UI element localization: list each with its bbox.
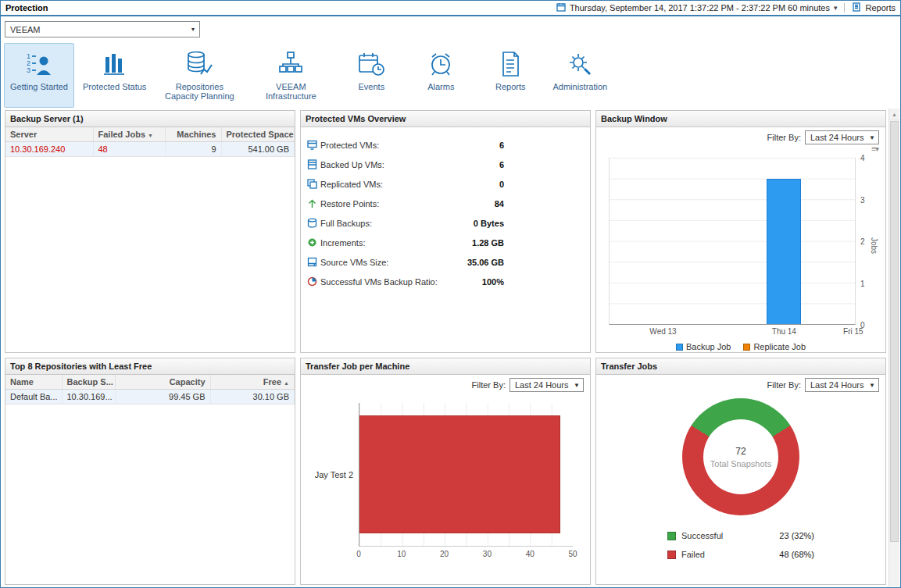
donut-center: 72 Total Snapshots bbox=[703, 419, 778, 494]
filter-value: Last 24 Hours bbox=[810, 133, 863, 142]
filter-row: Filter By: Last 24 Hours ▼ bbox=[301, 375, 590, 392]
filter-value: Last 24 Hours bbox=[810, 380, 863, 390]
panel-transfer-jobs: Transfer Jobs Filter By: Last 24 Hours ▼… bbox=[595, 358, 886, 585]
repo-server-cell: 10.30.169... bbox=[62, 390, 115, 404]
x-tick: 10 bbox=[397, 550, 406, 558]
stat-label: Source VMs Size: bbox=[320, 258, 388, 267]
legend-value: 48 (68%) bbox=[779, 550, 814, 559]
toolbar-item-label: VEEAM Infrastructure bbox=[252, 82, 329, 101]
table-row[interactable]: Default Ba... 10.30.169... 99.45 GB 30.1… bbox=[5, 390, 295, 404]
filter-select[interactable]: Last 24 Hours ▼ bbox=[805, 130, 879, 144]
stat-row: Increments: 1.28 GB bbox=[307, 233, 504, 252]
donut-center-label: Total Snapshots bbox=[710, 459, 771, 469]
stat-value: 0 Bytes bbox=[474, 219, 504, 228]
column-header-failed-jobs[interactable]: Failed Jobs▼ bbox=[93, 127, 165, 142]
column-header-capacity[interactable]: Capacity bbox=[115, 375, 210, 390]
toolbar-item-administration[interactable]: Administration bbox=[546, 43, 613, 108]
backup-window-chart: 4 3 2 1 0 Jobs Wed 13 Thu 14 Fri 15 bbox=[609, 158, 856, 325]
scrollbar-thumb[interactable] bbox=[890, 121, 899, 542]
transfer-jobs-chart: 72 Total Snapshots bbox=[596, 392, 885, 515]
panel-title: Top 8 Repositories with Least Free bbox=[5, 358, 295, 375]
legend-swatch bbox=[676, 344, 683, 351]
panel-title: Transfer Job per Machine bbox=[301, 358, 590, 375]
replicated-vms-icon bbox=[307, 179, 320, 189]
dashboard-main: Backup Server (1) Server Failed Jobs▼ Ma… bbox=[2, 109, 888, 586]
time-range-selector[interactable]: Thursday, September 14, 2017 1:37:22 PM … bbox=[570, 3, 830, 12]
toolbar-item-label: Events bbox=[359, 82, 385, 91]
reports-icon bbox=[852, 2, 861, 13]
legend-value: 23 (32%) bbox=[779, 531, 814, 540]
repositories-table: Name Backup S... Capacity Free▲ Default … bbox=[5, 375, 295, 404]
toolbar-item-label: Protected Status bbox=[83, 82, 146, 91]
protected-vms-icon bbox=[307, 140, 320, 150]
x-tick: Wed 13 bbox=[649, 327, 676, 336]
failed-jobs-cell: 48 bbox=[93, 142, 165, 157]
column-header-machines[interactable]: Machines bbox=[165, 127, 221, 142]
toolbar-item-protected-status[interactable]: Protected Status bbox=[77, 43, 152, 108]
source-vms-size-icon bbox=[307, 257, 320, 267]
x-tick: 40 bbox=[526, 550, 535, 558]
panel-top-repositories: Top 8 Repositories with Least Free Name … bbox=[5, 358, 295, 585]
toolbar-item-reports[interactable]: Reports bbox=[477, 43, 544, 108]
filter-row: Filter By: Last 24 Hours ▼ bbox=[596, 127, 885, 144]
toolbar-item-label: Reports bbox=[495, 82, 526, 91]
column-header-free[interactable]: Free▲ bbox=[210, 375, 295, 390]
vertical-scrollbar[interactable]: ▲ bbox=[888, 109, 899, 586]
filter-row: Filter By: Last 24 Hours ▼ bbox=[596, 375, 885, 392]
stat-row: Restore Points: 84 bbox=[307, 194, 504, 213]
column-header-server[interactable]: Server bbox=[5, 127, 93, 142]
legend-item-replicate-job: Replicate Job bbox=[743, 342, 806, 351]
backed-up-vms-icon bbox=[307, 159, 320, 169]
panel-title: Protected VMs Overview bbox=[301, 111, 590, 127]
panel-title: Backup Window bbox=[596, 111, 885, 127]
topbar: Protection Thursday, September 14, 2017 … bbox=[1, 1, 900, 15]
toolbar-item-label: Getting Started bbox=[10, 82, 68, 91]
x-tick: 50 bbox=[568, 550, 577, 558]
stat-label: Backed Up VMs: bbox=[320, 160, 384, 169]
column-header-backup-server[interactable]: Backup S... bbox=[62, 375, 115, 390]
protected-vms-stats: Protected VMs: 6 Backed Up VMs: 6 Replic… bbox=[301, 127, 590, 291]
column-header-name[interactable]: Name bbox=[5, 375, 62, 390]
stat-value: 1.28 GB bbox=[472, 238, 504, 248]
backup-job-bar bbox=[767, 179, 801, 324]
backup-server-table: Server Failed Jobs▼ Machines Protected S… bbox=[5, 127, 295, 157]
filter-select[interactable]: Last 24 Hours ▼ bbox=[805, 378, 879, 392]
stat-value: 100% bbox=[482, 277, 504, 287]
toolbar-item-label: Administration bbox=[552, 82, 607, 91]
stat-label: Protected VMs: bbox=[320, 141, 379, 150]
backup-window-plot bbox=[609, 158, 856, 325]
filter-by-label: Filter By: bbox=[767, 380, 801, 390]
sort-asc-icon: ▲ bbox=[284, 380, 289, 386]
scroll-up-icon[interactable]: ▲ bbox=[889, 109, 899, 120]
stat-row: Full Backups: 0 Bytes bbox=[307, 213, 504, 233]
toolbar-item-events[interactable]: Events bbox=[338, 43, 405, 108]
toolbar-item-repositories-capacity-planning[interactable]: Repositories Capacity Planning bbox=[155, 43, 244, 108]
table-row[interactable]: 10.30.169.240 48 9 541.00 GB bbox=[5, 142, 295, 157]
events-icon bbox=[357, 48, 385, 80]
panel-backup-window: Backup Window Filter By: Last 24 Hours ▼… bbox=[595, 110, 886, 353]
toolbar-item-getting-started[interactable]: 1 2 3 Getting Started bbox=[4, 43, 74, 108]
restore-points-icon bbox=[307, 198, 320, 208]
panel-protected-vms-overview: Protected VMs Overview Protected VMs: 6 … bbox=[300, 110, 591, 353]
chevron-down-icon[interactable]: ▾ bbox=[834, 4, 838, 12]
y-tick: 1 bbox=[860, 279, 873, 287]
server-link[interactable]: 10.30.169.240 bbox=[5, 142, 93, 157]
reports-button[interactable]: Reports bbox=[865, 3, 896, 12]
menu-row: ≡▾ bbox=[596, 144, 885, 155]
page-title: Protection bbox=[5, 3, 48, 12]
x-tick: Thu 14 bbox=[772, 327, 796, 336]
toolbar-item-veeam-infrastructure[interactable]: VEEAM Infrastructure bbox=[246, 43, 335, 108]
repo-capacity-cell: 99.45 GB bbox=[115, 390, 210, 404]
panel-transfer-job-per-machine: Transfer Job per Machine Filter By: Last… bbox=[300, 358, 591, 585]
donut-chart: 72 Total Snapshots bbox=[682, 398, 799, 515]
filter-by-label: Filter By: bbox=[472, 380, 506, 390]
reports-page-icon bbox=[496, 48, 524, 80]
calendar-icon bbox=[556, 2, 566, 13]
select-arrow-icon: ▼ bbox=[570, 382, 583, 389]
panel-title: Backup Server (1) bbox=[5, 111, 295, 127]
scope-select[interactable]: VEEAM ▾ bbox=[5, 21, 200, 37]
column-header-protected-space[interactable]: Protected Space bbox=[221, 127, 295, 142]
filter-select[interactable]: Last 24 Hours ▼ bbox=[509, 378, 584, 392]
x-tick: 0 bbox=[356, 550, 361, 558]
toolbar-item-alarms[interactable]: Alarms bbox=[407, 43, 474, 108]
